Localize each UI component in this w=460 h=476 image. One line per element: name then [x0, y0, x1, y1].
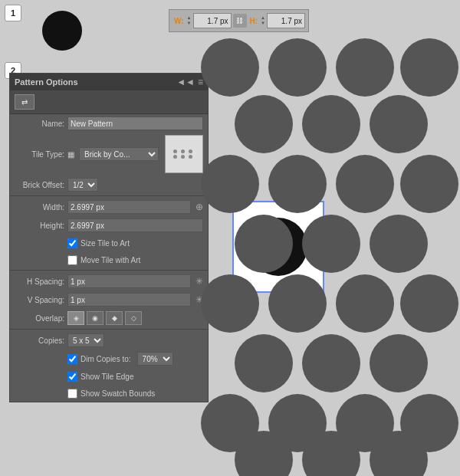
pattern-dot	[201, 274, 259, 333]
pattern-dot	[268, 274, 327, 333]
pattern-dot	[302, 334, 360, 392]
pattern-dot	[336, 155, 394, 213]
pattern-dot	[370, 334, 428, 392]
pattern-dot	[268, 38, 327, 97]
pattern-dot	[201, 38, 259, 97]
pattern-preview-area	[0, 0, 460, 476]
pattern-dot	[336, 274, 394, 333]
pattern-dot	[370, 215, 428, 273]
pattern-dot	[235, 215, 293, 273]
pattern-dot	[336, 38, 394, 97]
pattern-dot	[268, 155, 327, 213]
pattern-dot	[370, 95, 428, 153]
pattern-dot	[235, 334, 293, 392]
pattern-dot	[302, 215, 360, 273]
pattern-dot	[201, 155, 259, 213]
pattern-dot	[235, 95, 293, 153]
pattern-dot	[302, 95, 360, 153]
pattern-dot	[400, 38, 458, 97]
pattern-dot	[400, 274, 458, 333]
pattern-dot	[400, 155, 458, 213]
